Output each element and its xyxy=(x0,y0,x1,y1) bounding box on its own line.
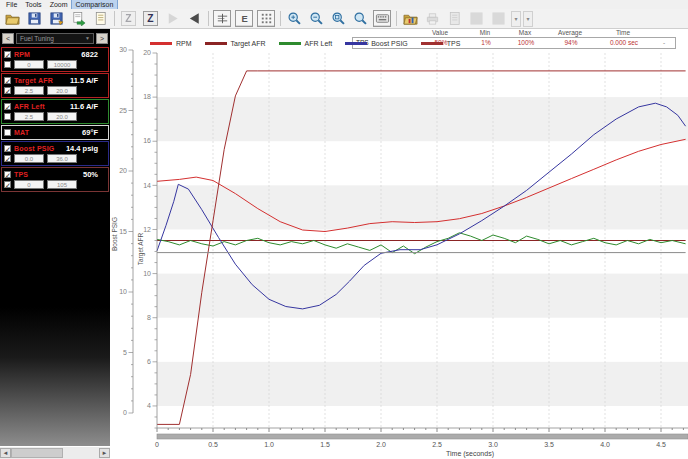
inner-tick-label: 4 xyxy=(147,402,151,409)
gauge-checkbox[interactable]: ✓ xyxy=(4,155,11,162)
legend-item-afr-left: AFR Left xyxy=(279,40,333,47)
gauge-label: TPS xyxy=(14,171,28,178)
toolbar-separator xyxy=(114,11,115,26)
legend-swatch xyxy=(345,42,367,45)
x-tick-label: 0.5 xyxy=(208,441,218,448)
open-comparison-icon[interactable] xyxy=(401,10,419,27)
gauge-checkbox[interactable]: ✓ xyxy=(4,87,11,94)
notes-icon[interactable] xyxy=(91,10,109,27)
stats-max: 100% xyxy=(505,38,547,48)
gauge-checkbox[interactable]: ✓ xyxy=(4,171,11,178)
x-scrollbar[interactable] xyxy=(157,434,688,439)
legend-label: Boost PSIG xyxy=(371,40,408,47)
legend-label: TPS xyxy=(447,40,461,47)
gauge-min-input[interactable]: 0.0 xyxy=(14,154,44,163)
gauge-max-input[interactable]: 10000 xyxy=(47,60,77,69)
zoom-out-icon[interactable] xyxy=(307,10,325,27)
blank-icon[interactable] xyxy=(467,10,485,27)
cursor-values-icon[interactable] xyxy=(213,10,231,27)
legend-item-rpm: RPM xyxy=(150,40,192,47)
zoom-full-icon[interactable] xyxy=(351,10,369,27)
save-icon[interactable] xyxy=(25,10,43,27)
x-axis-title: Time (seconds) xyxy=(446,450,494,458)
notes2-icon[interactable] xyxy=(445,10,463,27)
print-icon[interactable] xyxy=(423,10,441,27)
menu-item-file[interactable]: File xyxy=(2,0,21,9)
grid-pattern-icon[interactable] xyxy=(257,10,275,27)
dropdown-small-icon[interactable]: ▾ xyxy=(523,11,533,27)
outer-tick-label: 15 xyxy=(119,228,127,235)
step-back-icon[interactable] xyxy=(185,10,203,27)
svg-text:Z: Z xyxy=(125,13,131,24)
dropdown-small-icon[interactable]: ▾ xyxy=(511,11,521,27)
zoom-z-icon[interactable]: Z xyxy=(141,10,159,27)
gauge-set-prev-button[interactable]: < xyxy=(2,33,14,44)
zoom-in-icon[interactable] xyxy=(285,10,303,27)
gauge-checkbox[interactable]: ✓ xyxy=(4,145,11,152)
gauge-value: 69°F xyxy=(82,128,98,137)
inner-tick-label: 6 xyxy=(147,358,151,365)
gauge-checkbox[interactable]: ✓ xyxy=(4,103,11,110)
series-afr-left xyxy=(157,233,686,254)
chart-legend: RPMTarget AFRAFR LeftBoost PSIGTPS xyxy=(150,40,460,47)
menu-bar: FileToolsZoomComparison xyxy=(0,0,688,9)
gauge-list: ✓RPM6822010000✓Target AFR11.5 A/F✓2.520.… xyxy=(0,46,110,193)
x-tick-label: 1.5 xyxy=(320,441,330,448)
export-icon[interactable] xyxy=(69,10,87,27)
x-tick-label: 2.5 xyxy=(432,441,442,448)
menu-item-comparison[interactable]: Comparison xyxy=(72,0,118,9)
gauge-min-input[interactable]: 2.5 xyxy=(14,86,44,95)
sidebar-scrollbar[interactable]: ◄ ► xyxy=(0,446,110,459)
legend-swatch xyxy=(279,42,301,45)
save-all-icon[interactable] xyxy=(47,10,65,27)
zoom-z-prev-icon[interactable]: Z xyxy=(119,10,137,27)
svg-text:Z: Z xyxy=(147,13,153,24)
open-file-icon[interactable] xyxy=(3,10,21,27)
legend-label: Target AFR xyxy=(231,40,266,47)
gauge-checkbox[interactable]: ✓ xyxy=(4,181,11,188)
keypad-icon[interactable] xyxy=(373,10,391,27)
zoom-box-icon[interactable] xyxy=(329,10,347,27)
gauge-min-input[interactable]: 0 xyxy=(14,180,44,189)
gauge-row-afr-left: ✓AFR Left11.6 A/F2.520.0 xyxy=(1,99,109,124)
play-icon[interactable] xyxy=(163,10,181,27)
gauge-max-input[interactable]: 20.0 xyxy=(47,112,77,121)
events-icon[interactable]: E xyxy=(235,10,253,27)
gauge-checkbox[interactable]: ✓ xyxy=(4,51,11,58)
menu-item-tools[interactable]: Tools xyxy=(21,0,45,9)
gauge-row-rpm: ✓RPM6822010000 xyxy=(1,47,109,72)
menu-item-zoom[interactable]: Zoom xyxy=(46,0,72,9)
outer-tick-label: 10 xyxy=(119,288,127,295)
stats-header-average: Average xyxy=(546,29,594,37)
blank-icon[interactable] xyxy=(489,10,507,27)
gauge-min-input[interactable]: 0 xyxy=(14,60,44,69)
scroll-right-icon[interactable]: ► xyxy=(99,448,110,458)
gauge-min-input[interactable]: 2.5 xyxy=(14,112,44,121)
gauge-max-input[interactable]: 20.0 xyxy=(47,86,77,95)
gauge-label: MAT xyxy=(14,129,29,136)
gauge-value: 50% xyxy=(83,170,98,179)
gauge-checkbox[interactable] xyxy=(4,113,11,120)
plot-band xyxy=(157,274,688,318)
stats-extra: - xyxy=(653,38,675,48)
gauge-checkbox[interactable]: ✓ xyxy=(4,77,11,84)
toolbar-separator xyxy=(396,11,397,26)
gauge-row-boost-psig: ✓Boost PSIG14.4 psig✓0.036.0 xyxy=(1,141,109,166)
stats-header-row: ValueMinMaxAverageTime xyxy=(352,29,676,37)
chart-region: ValueMinMaxAverageTime TPS 50% 1% 100% 9… xyxy=(110,29,688,459)
gauge-set-select[interactable]: Fuel Tuning ▼ xyxy=(16,33,94,44)
gauge-checkbox[interactable] xyxy=(4,129,11,136)
scroll-left-icon[interactable]: ◄ xyxy=(0,448,11,458)
stats-header-min: Min xyxy=(466,29,504,37)
gauge-max-input[interactable]: 105 xyxy=(47,180,77,189)
gauge-max-input[interactable]: 36.0 xyxy=(47,154,77,163)
x-tick-label: 3.0 xyxy=(488,441,498,448)
x-tick-label: 0 xyxy=(155,441,159,448)
chart-plot[interactable]: 051015202530Boost PSIG468101214161820Tar… xyxy=(110,29,688,459)
x-tick-label: 4.5 xyxy=(656,441,666,448)
gauge-set-next-button[interactable]: > xyxy=(96,33,108,44)
gauge-checkbox[interactable] xyxy=(4,61,11,68)
gauge-row-target-afr: ✓Target AFR11.5 A/F✓2.520.0 xyxy=(1,73,109,98)
scrollbar-thumb[interactable] xyxy=(11,448,63,458)
legend-item-target-afr: Target AFR xyxy=(205,40,266,47)
